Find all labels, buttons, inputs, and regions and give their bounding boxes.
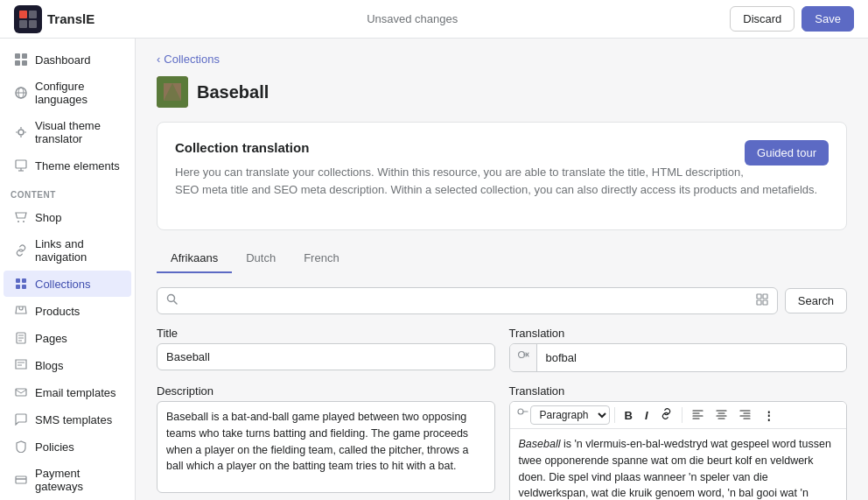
tab-french[interactable]: French xyxy=(290,244,353,273)
align-left-button[interactable] xyxy=(687,405,709,425)
sidebar-label-collections: Collections xyxy=(35,278,91,291)
description-fields-row: Description Baseball is a bat-and-ball g… xyxy=(157,384,847,500)
svg-rect-1 xyxy=(29,11,37,18)
shop-icon xyxy=(14,210,28,224)
sidebar: Dashboard Configure languages Visual the… xyxy=(0,39,136,500)
more-options-button[interactable]: ⋮ xyxy=(758,406,780,425)
align-right-button[interactable] xyxy=(734,405,756,425)
translation-title-input[interactable] xyxy=(537,345,847,370)
sidebar-item-email-templates[interactable]: Email templates xyxy=(4,379,131,405)
sidebar-item-blogs[interactable]: Blogs xyxy=(4,352,131,378)
logo-icon xyxy=(14,5,42,33)
title-fields-row: Title Translation xyxy=(157,327,847,372)
link-button[interactable] xyxy=(655,405,677,425)
translation-editor-content[interactable]: Baseball is 'n vlermuis-en-bal-wedstryd … xyxy=(510,429,847,500)
breadcrumb-label: Collections xyxy=(164,53,220,66)
svg-rect-7 xyxy=(22,60,27,66)
svg-rect-2 xyxy=(19,20,27,28)
sidebar-item-shop[interactable]: Shop xyxy=(4,204,131,230)
logo-text: TranslE xyxy=(47,11,94,26)
sidebar-item-collections[interactable]: Collections xyxy=(4,271,131,297)
svg-rect-21 xyxy=(16,476,26,483)
collection-thumbnail xyxy=(157,76,188,108)
svg-point-13 xyxy=(18,221,19,222)
language-icon xyxy=(14,86,28,100)
search-button[interactable]: Search xyxy=(785,288,847,313)
pages-icon xyxy=(14,331,28,345)
sidebar-item-configure-languages[interactable]: Configure languages xyxy=(4,74,131,112)
payment-icon xyxy=(14,473,28,487)
sidebar-label-blogs: Blogs xyxy=(35,359,64,372)
discard-button[interactable]: Discard xyxy=(730,6,794,32)
tab-afrikaans[interactable]: Afrikaans xyxy=(157,244,232,273)
sidebar-label-visual-theme: Visual theme translator xyxy=(35,119,121,145)
sidebar-item-links-navigation[interactable]: Links and navigation xyxy=(4,231,131,270)
grid-icon xyxy=(756,293,768,308)
blogs-icon xyxy=(14,358,28,372)
unsaved-status: Unsaved changes xyxy=(367,12,458,25)
sms-icon xyxy=(14,412,28,426)
italic-button[interactable]: I xyxy=(640,406,654,425)
title-input[interactable] xyxy=(157,343,495,370)
guided-tour-button[interactable]: Guided tour xyxy=(745,140,829,165)
page-title: Baseball xyxy=(197,82,269,102)
sidebar-label-pages: Pages xyxy=(35,332,67,345)
translator-icon xyxy=(14,125,28,139)
translation-title-field xyxy=(509,343,848,372)
svg-rect-20 xyxy=(16,389,26,396)
sidebar-item-visual-theme[interactable]: Visual theme translator xyxy=(4,113,131,151)
search-input[interactable] xyxy=(184,294,751,307)
description-textarea[interactable]: Baseball is a bat-and-ball game played b… xyxy=(157,401,495,493)
collection-info-card: Guided tour Collection translation Here … xyxy=(157,122,847,230)
sidebar-item-theme-elements[interactable]: Theme elements xyxy=(4,152,131,179)
theme-icon xyxy=(14,158,28,173)
tabs-row: Afrikaans Dutch French xyxy=(157,244,847,273)
sidebar-label-policies: Policies xyxy=(35,440,74,454)
sidebar-label-dashboard: Dashboard xyxy=(35,53,91,67)
sidebar-item-pages[interactable]: Pages xyxy=(4,325,131,351)
svg-rect-6 xyxy=(15,60,20,66)
svg-rect-4 xyxy=(15,53,20,59)
save-button[interactable]: Save xyxy=(802,6,854,32)
rich-text-editor: Paragraph B I xyxy=(509,401,848,500)
sidebar-label-payment-gateways: Payment gateways xyxy=(35,467,121,493)
description-group: Description Baseball is a bat-and-ball g… xyxy=(157,384,495,500)
search-box xyxy=(157,287,778,314)
main-content: ‹ Collections Baseball Guided tour Colle… xyxy=(136,39,868,500)
svg-rect-17 xyxy=(16,285,20,289)
svg-rect-18 xyxy=(22,285,26,289)
sidebar-label-configure-languages: Configure languages xyxy=(35,80,121,106)
sidebar-label-email-templates: Email templates xyxy=(35,386,116,399)
policies-icon xyxy=(14,440,28,454)
editor-italic-start: Baseball xyxy=(519,438,561,450)
svg-rect-29 xyxy=(757,300,761,305)
svg-rect-3 xyxy=(29,20,37,28)
svg-point-14 xyxy=(23,221,24,222)
topbar: TranslE Unsaved changes Discard Save xyxy=(0,0,868,39)
sidebar-item-payment-gateways[interactable]: Payment gateways xyxy=(4,461,131,499)
search-row: Search xyxy=(157,287,847,314)
translate-icon xyxy=(510,344,537,371)
editor-text: is 'n vlermuis-en-bal-wedstryd wat gespe… xyxy=(519,438,831,500)
breadcrumb[interactable]: ‹ Collections xyxy=(157,53,847,66)
sidebar-label-links: Links and navigation xyxy=(35,237,121,264)
title-field-group: Title xyxy=(157,327,495,372)
toolbar-divider-2 xyxy=(682,407,682,423)
align-center-button[interactable] xyxy=(710,405,732,425)
card-title: Collection translation xyxy=(175,140,829,155)
sidebar-item-policies[interactable]: Policies xyxy=(4,433,131,460)
title-label: Title xyxy=(157,327,495,340)
bold-button[interactable]: B xyxy=(620,406,638,425)
svg-point-32 xyxy=(518,409,523,414)
tab-dutch[interactable]: Dutch xyxy=(232,244,290,273)
svg-rect-16 xyxy=(22,278,26,283)
svg-rect-30 xyxy=(763,300,767,305)
svg-rect-28 xyxy=(763,294,767,299)
sidebar-item-products[interactable]: Products xyxy=(4,298,131,324)
paragraph-select[interactable]: Paragraph xyxy=(530,405,610,425)
sidebar-item-dashboard[interactable]: Dashboard xyxy=(4,46,131,73)
sidebar-item-sms-templates[interactable]: SMS templates xyxy=(4,406,131,433)
email-icon xyxy=(14,385,28,399)
svg-rect-27 xyxy=(757,294,761,299)
svg-rect-12 xyxy=(16,160,26,168)
